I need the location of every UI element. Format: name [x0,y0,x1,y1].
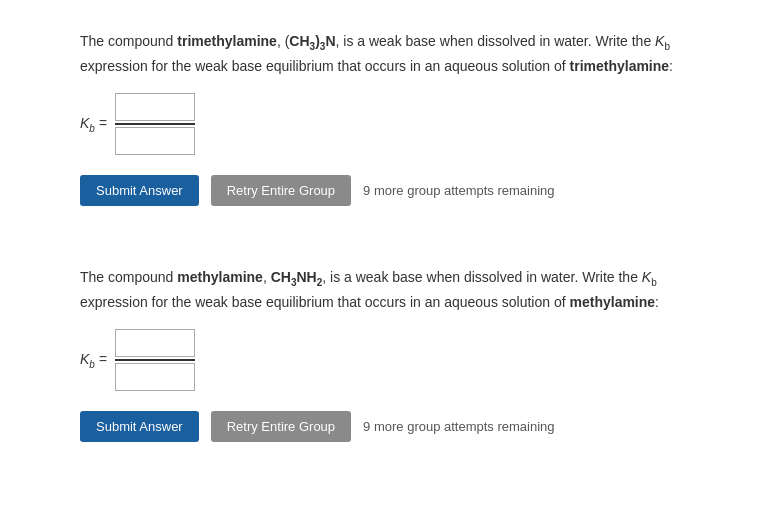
compound-1-formula: CH3)3N [289,33,335,49]
action-row-2: Submit Answer Retry Entire Group 9 more … [80,411,684,442]
retry-button-1[interactable]: Retry Entire Group [211,175,351,206]
submit-button-2[interactable]: Submit Answer [80,411,199,442]
numerator-input-1[interactable] [115,93,195,121]
compound-2-name-end: methylamine [570,294,656,310]
attempts-text-1: 9 more group attempts remaining [363,183,554,198]
problem-2-section: The compound methylamine, CH3NH2, is a w… [80,266,684,442]
denominator-input-1[interactable] [115,127,195,155]
numerator-input-2[interactable] [115,329,195,357]
action-row-1: Submit Answer Retry Entire Group 9 more … [80,175,684,206]
fraction-divider-2 [115,359,195,361]
submit-button-1[interactable]: Submit Answer [80,175,199,206]
compound-2-formula: CH3NH2 [271,269,323,285]
fraction-divider-1 [115,123,195,125]
kb-label-display-1: Kb = [80,115,107,134]
problem-1-text: The compound trimethylamine, (CH3)3N, is… [80,30,684,77]
fraction-inputs-1 [115,93,195,155]
problem-1-section: The compound trimethylamine, (CH3)3N, is… [80,30,684,206]
kb-label-2: K [642,269,651,285]
compound-1-name: trimethylamine [177,33,277,49]
kb-expression-2: Kb = [80,329,684,391]
kb-sub-2: b [651,277,657,288]
kb-expression-1: Kb = [80,93,684,155]
retry-button-2[interactable]: Retry Entire Group [211,411,351,442]
compound-1-name-end: trimethylamine [570,58,670,74]
attempts-text-2: 9 more group attempts remaining [363,419,554,434]
page-container: The compound trimethylamine, (CH3)3N, is… [0,0,764,502]
compound-2-name: methylamine [177,269,263,285]
problem-2-text: The compound methylamine, CH3NH2, is a w… [80,266,684,313]
kb-label-display-2: Kb = [80,351,107,370]
denominator-input-2[interactable] [115,363,195,391]
kb-sub-1: b [664,41,670,52]
fraction-inputs-2 [115,329,195,391]
